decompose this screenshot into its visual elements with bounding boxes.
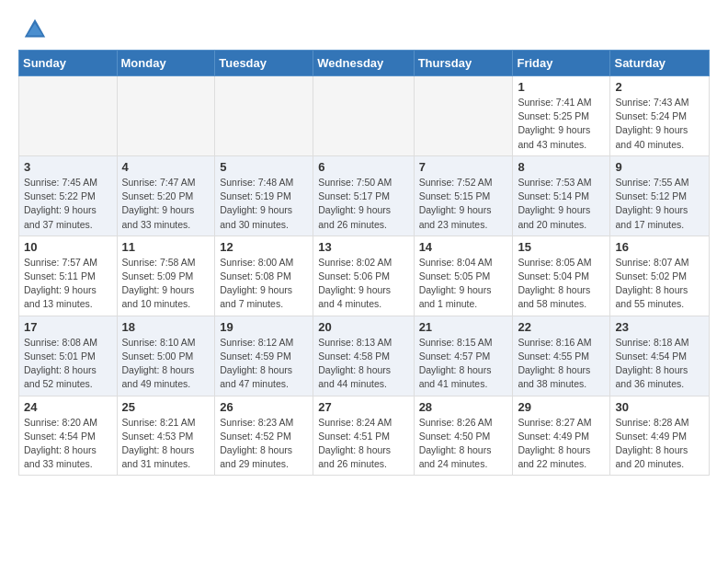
week-row-2: 3Sunrise: 7:45 AMSunset: 5:22 PMDaylight… bbox=[19, 155, 710, 236]
day-number: 18 bbox=[122, 320, 210, 334]
calendar-cell bbox=[117, 76, 215, 156]
day-info: Sunrise: 8:10 AMSunset: 5:00 PMDaylight:… bbox=[122, 336, 210, 392]
header-wednesday: Wednesday bbox=[313, 51, 414, 76]
day-number: 10 bbox=[24, 240, 112, 254]
calendar-cell: 15Sunrise: 8:05 AMSunset: 5:04 PMDayligh… bbox=[513, 236, 610, 316]
day-info: Sunrise: 8:02 AMSunset: 5:06 PMDaylight:… bbox=[318, 256, 408, 312]
week-row-5: 24Sunrise: 8:20 AMSunset: 4:54 PMDayligh… bbox=[19, 396, 710, 476]
calendar-cell bbox=[313, 76, 414, 156]
day-number: 16 bbox=[615, 240, 704, 254]
day-number: 24 bbox=[24, 400, 112, 414]
day-info: Sunrise: 8:08 AMSunset: 5:01 PMDaylight:… bbox=[24, 336, 112, 392]
day-info: Sunrise: 7:41 AMSunset: 5:25 PMDaylight:… bbox=[518, 96, 605, 152]
day-number: 11 bbox=[122, 240, 210, 254]
header-sunday: Sunday bbox=[19, 51, 118, 76]
calendar-cell: 4Sunrise: 7:47 AMSunset: 5:20 PMDaylight… bbox=[117, 155, 215, 236]
day-info: Sunrise: 7:43 AMSunset: 5:24 PMDaylight:… bbox=[615, 96, 704, 152]
day-number: 29 bbox=[518, 400, 605, 414]
calendar-cell: 16Sunrise: 8:07 AMSunset: 5:02 PMDayligh… bbox=[610, 236, 710, 316]
day-info: Sunrise: 7:53 AMSunset: 5:14 PMDaylight:… bbox=[518, 176, 605, 232]
day-number: 3 bbox=[24, 160, 112, 174]
day-number: 12 bbox=[220, 240, 308, 254]
calendar-cell: 13Sunrise: 8:02 AMSunset: 5:06 PMDayligh… bbox=[313, 236, 414, 316]
calendar-cell: 14Sunrise: 8:04 AMSunset: 5:05 PMDayligh… bbox=[414, 236, 513, 316]
calendar-cell: 28Sunrise: 8:26 AMSunset: 4:50 PMDayligh… bbox=[414, 396, 513, 476]
day-number: 26 bbox=[220, 400, 308, 414]
day-number: 9 bbox=[615, 160, 704, 174]
day-number: 20 bbox=[318, 320, 408, 334]
header-tuesday: Tuesday bbox=[215, 51, 313, 76]
header-row: SundayMondayTuesdayWednesdayThursdayFrid… bbox=[19, 51, 710, 76]
day-info: Sunrise: 8:21 AMSunset: 4:53 PMDaylight:… bbox=[122, 416, 210, 472]
calendar-cell: 29Sunrise: 8:27 AMSunset: 4:49 PMDayligh… bbox=[513, 396, 610, 476]
calendar-cell bbox=[215, 76, 313, 156]
calendar-cell bbox=[414, 76, 513, 156]
logo-icon bbox=[22, 17, 48, 42]
calendar-cell: 19Sunrise: 8:12 AMSunset: 4:59 PMDayligh… bbox=[215, 316, 313, 396]
calendar-cell: 25Sunrise: 8:21 AMSunset: 4:53 PMDayligh… bbox=[117, 396, 215, 476]
day-number: 6 bbox=[318, 160, 408, 174]
day-info: Sunrise: 8:16 AMSunset: 4:55 PMDaylight:… bbox=[518, 336, 605, 392]
calendar-cell: 23Sunrise: 8:18 AMSunset: 4:54 PMDayligh… bbox=[610, 316, 710, 396]
page-header bbox=[0, 0, 728, 50]
day-number: 25 bbox=[122, 400, 210, 414]
day-number: 8 bbox=[518, 160, 605, 174]
calendar-cell: 6Sunrise: 7:50 AMSunset: 5:17 PMDaylight… bbox=[313, 155, 414, 236]
day-info: Sunrise: 7:58 AMSunset: 5:09 PMDaylight:… bbox=[122, 256, 210, 312]
calendar-wrapper: SundayMondayTuesdayWednesdayThursdayFrid… bbox=[0, 50, 728, 485]
calendar-cell: 27Sunrise: 8:24 AMSunset: 4:51 PMDayligh… bbox=[313, 396, 414, 476]
day-info: Sunrise: 8:20 AMSunset: 4:54 PMDaylight:… bbox=[24, 416, 112, 472]
day-number: 15 bbox=[518, 240, 605, 254]
calendar-cell: 30Sunrise: 8:28 AMSunset: 4:49 PMDayligh… bbox=[610, 396, 710, 476]
day-info: Sunrise: 7:48 AMSunset: 5:19 PMDaylight:… bbox=[220, 176, 308, 232]
day-info: Sunrise: 7:55 AMSunset: 5:12 PMDaylight:… bbox=[615, 176, 704, 232]
calendar-cell: 3Sunrise: 7:45 AMSunset: 5:22 PMDaylight… bbox=[19, 155, 118, 236]
day-info: Sunrise: 8:28 AMSunset: 4:49 PMDaylight:… bbox=[615, 416, 704, 472]
calendar-cell: 11Sunrise: 7:58 AMSunset: 5:09 PMDayligh… bbox=[117, 236, 215, 316]
week-row-3: 10Sunrise: 7:57 AMSunset: 5:11 PMDayligh… bbox=[19, 236, 710, 316]
calendar-cell: 17Sunrise: 8:08 AMSunset: 5:01 PMDayligh… bbox=[19, 316, 118, 396]
day-number: 23 bbox=[615, 320, 704, 334]
day-info: Sunrise: 8:00 AMSunset: 5:08 PMDaylight:… bbox=[220, 256, 308, 312]
header-friday: Friday bbox=[513, 51, 610, 76]
calendar-cell: 21Sunrise: 8:15 AMSunset: 4:57 PMDayligh… bbox=[414, 316, 513, 396]
week-row-1: 1Sunrise: 7:41 AMSunset: 5:25 PMDaylight… bbox=[19, 76, 710, 156]
day-number: 1 bbox=[518, 80, 605, 94]
day-info: Sunrise: 8:15 AMSunset: 4:57 PMDaylight:… bbox=[419, 336, 508, 392]
header-monday: Monday bbox=[117, 51, 215, 76]
day-info: Sunrise: 7:45 AMSunset: 5:22 PMDaylight:… bbox=[24, 176, 112, 232]
day-number: 19 bbox=[220, 320, 308, 334]
day-info: Sunrise: 7:50 AMSunset: 5:17 PMDaylight:… bbox=[318, 176, 408, 232]
calendar-header: SundayMondayTuesdayWednesdayThursdayFrid… bbox=[19, 51, 710, 76]
day-info: Sunrise: 8:05 AMSunset: 5:04 PMDaylight:… bbox=[518, 256, 605, 312]
day-info: Sunrise: 8:26 AMSunset: 4:50 PMDaylight:… bbox=[419, 416, 508, 472]
calendar-cell: 20Sunrise: 8:13 AMSunset: 4:58 PMDayligh… bbox=[313, 316, 414, 396]
calendar-cell: 26Sunrise: 8:23 AMSunset: 4:52 PMDayligh… bbox=[215, 396, 313, 476]
day-number: 17 bbox=[24, 320, 112, 334]
day-number: 14 bbox=[419, 240, 508, 254]
calendar-cell: 10Sunrise: 7:57 AMSunset: 5:11 PMDayligh… bbox=[19, 236, 118, 316]
header-thursday: Thursday bbox=[414, 51, 513, 76]
day-info: Sunrise: 7:52 AMSunset: 5:15 PMDaylight:… bbox=[419, 176, 508, 232]
day-number: 21 bbox=[419, 320, 508, 334]
calendar-cell bbox=[19, 76, 118, 156]
calendar-cell: 12Sunrise: 8:00 AMSunset: 5:08 PMDayligh… bbox=[215, 236, 313, 316]
calendar-cell: 2Sunrise: 7:43 AMSunset: 5:24 PMDaylight… bbox=[610, 76, 710, 156]
day-info: Sunrise: 7:47 AMSunset: 5:20 PMDaylight:… bbox=[122, 176, 210, 232]
calendar-cell: 5Sunrise: 7:48 AMSunset: 5:19 PMDaylight… bbox=[215, 155, 313, 236]
day-info: Sunrise: 8:12 AMSunset: 4:59 PMDaylight:… bbox=[220, 336, 308, 392]
week-row-4: 17Sunrise: 8:08 AMSunset: 5:01 PMDayligh… bbox=[19, 316, 710, 396]
day-info: Sunrise: 8:27 AMSunset: 4:49 PMDaylight:… bbox=[518, 416, 605, 472]
day-number: 27 bbox=[318, 400, 408, 414]
day-number: 13 bbox=[318, 240, 408, 254]
day-number: 2 bbox=[615, 80, 704, 94]
logo bbox=[22, 17, 51, 42]
day-info: Sunrise: 8:04 AMSunset: 5:05 PMDaylight:… bbox=[419, 256, 508, 312]
day-number: 28 bbox=[419, 400, 508, 414]
calendar-table: SundayMondayTuesdayWednesdayThursdayFrid… bbox=[18, 50, 710, 476]
calendar-cell: 7Sunrise: 7:52 AMSunset: 5:15 PMDaylight… bbox=[414, 155, 513, 236]
calendar-cell: 9Sunrise: 7:55 AMSunset: 5:12 PMDaylight… bbox=[610, 155, 710, 236]
header-saturday: Saturday bbox=[610, 51, 710, 76]
calendar-cell: 1Sunrise: 7:41 AMSunset: 5:25 PMDaylight… bbox=[513, 76, 610, 156]
day-info: Sunrise: 8:23 AMSunset: 4:52 PMDaylight:… bbox=[220, 416, 308, 472]
